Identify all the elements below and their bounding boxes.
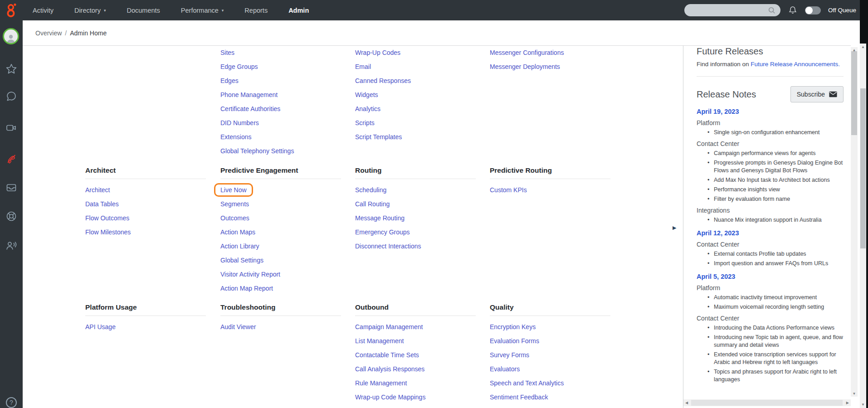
link-row: Contactable Time Sets: [355, 348, 478, 362]
window-scroll-thumb[interactable]: [860, 88, 866, 248]
favorites-star-icon[interactable]: [5, 63, 17, 75]
admin-link[interactable]: Sites: [220, 49, 234, 56]
admin-link[interactable]: Messenger Configurations: [490, 49, 564, 56]
section-troubleshooting: Troubleshooting Audit Viewer: [220, 302, 344, 334]
scroll-left-icon[interactable]: ◀: [685, 401, 688, 405]
agent-speaking-icon[interactable]: [5, 240, 17, 252]
admin-link[interactable]: Flow Outcomes: [85, 214, 129, 222]
admin-link[interactable]: Audit Viewer: [220, 323, 256, 330]
section-divider: [355, 179, 476, 179]
release-note-block: Platform: [697, 119, 844, 127]
video-camera-icon[interactable]: [5, 122, 17, 134]
scroll-down-icon[interactable]: ▼: [851, 392, 858, 396]
admin-link[interactable]: Disconnect Interactions: [355, 243, 421, 250]
admin-link[interactable]: Action Library: [220, 243, 259, 250]
breadcrumb-overview[interactable]: Overview: [35, 29, 62, 37]
inbox-tray-icon[interactable]: [5, 182, 17, 194]
notifications-bell-icon[interactable]: [788, 5, 798, 16]
admin-link[interactable]: Call Routing: [355, 200, 390, 208]
admin-link[interactable]: Evaluation Forms: [490, 337, 539, 345]
link-row: Messenger Configurations: [490, 45, 617, 59]
search-input[interactable]: [684, 4, 780, 16]
admin-link[interactable]: Contactable Time Sets: [355, 351, 419, 359]
scroll-up-icon[interactable]: ▲: [860, 45, 866, 49]
admin-link[interactable]: Segments: [220, 200, 249, 208]
admin-link[interactable]: Visitor Activity Report: [220, 271, 280, 278]
nav-admin[interactable]: Admin: [288, 7, 309, 14]
help-question-icon[interactable]: ?: [6, 397, 17, 408]
queue-toggle[interactable]: [805, 6, 821, 15]
nav-reports[interactable]: Reports: [244, 7, 268, 14]
admin-link[interactable]: Call Analysis Responses: [355, 365, 424, 373]
admin-link[interactable]: Outcomes: [220, 214, 249, 222]
admin-link[interactable]: Speech and Text Analytics: [490, 379, 564, 387]
subscribe-button[interactable]: Subscribe: [790, 86, 844, 102]
admin-link[interactable]: Extensions: [220, 133, 251, 141]
admin-link[interactable]: API Usage: [85, 323, 116, 330]
admin-link[interactable]: Global Settings: [220, 257, 263, 264]
admin-link[interactable]: Action Map Report: [220, 285, 273, 292]
panel-vertical-scrollbar[interactable]: ▲ ▼: [851, 47, 858, 397]
scroll-right-icon[interactable]: ▶: [846, 401, 849, 405]
release-note-block[interactable]: April 5, 2023: [697, 273, 844, 281]
admin-link[interactable]: Data Tables: [85, 200, 119, 208]
admin-link[interactable]: Encryption Keys: [490, 323, 536, 330]
admin-link[interactable]: Scripts: [355, 119, 375, 126]
nav-right-group: Off Queue: [684, 0, 856, 20]
admin-link[interactable]: Rule Management: [355, 379, 407, 387]
admin-link[interactable]: Certificate Authorities: [220, 105, 280, 112]
release-note-block[interactable]: April 12, 2023: [697, 229, 844, 237]
admin-link[interactable]: Analytics: [355, 105, 380, 112]
help-ring-icon[interactable]: [5, 210, 17, 222]
link-row: Extensions: [220, 130, 347, 144]
admin-link[interactable]: Global Telephony Settings: [220, 147, 294, 155]
admin-link[interactable]: Email: [355, 63, 371, 70]
admin-link[interactable]: Sentiment Feedback: [490, 393, 548, 401]
admin-link[interactable]: Script Templates: [355, 133, 402, 141]
nav-activity[interactable]: Activity: [33, 7, 54, 14]
chat-bubble-icon[interactable]: [5, 91, 17, 102]
window-scrollbar-column: ▲ ▼: [860, 0, 868, 408]
window-vertical-scrollbar[interactable]: ▲ ▼: [860, 44, 866, 408]
admin-link[interactable]: Wrap-up Code Mappings: [355, 393, 425, 401]
admin-link[interactable]: Wrap-Up Codes: [355, 49, 400, 56]
admin-link[interactable]: Scheduling: [355, 186, 386, 194]
nav-documents[interactable]: Documents: [127, 7, 160, 14]
admin-link[interactable]: Custom KPIs: [490, 186, 527, 194]
scroll-down-icon[interactable]: ▼: [860, 403, 866, 407]
avatar[interactable]: [3, 28, 19, 44]
panel-scroll-thumb[interactable]: [851, 51, 857, 135]
release-note-block[interactable]: April 19, 2023: [697, 108, 844, 116]
admin-link[interactable]: Evaluators: [490, 365, 520, 373]
admin-link[interactable]: DID Numbers: [220, 119, 259, 126]
disconnect-phone-icon[interactable]: [5, 153, 17, 165]
section-divider: [85, 316, 206, 316]
admin-link[interactable]: Survey Forms: [490, 351, 529, 359]
admin-link[interactable]: Phone Management: [220, 91, 278, 98]
section-title: Architect: [85, 165, 209, 175]
future-release-announcements-link[interactable]: Future Release Announcements.: [751, 61, 840, 68]
admin-link[interactable]: Architect: [85, 186, 110, 194]
admin-link[interactable]: Action Maps: [220, 228, 255, 236]
panel-collapse-icon[interactable]: ▶: [673, 225, 676, 231]
nav-performance[interactable]: Performance▾: [181, 7, 224, 14]
admin-link[interactable]: Flow Milestones: [85, 228, 131, 236]
admin-link[interactable]: Canned Responses: [355, 77, 411, 84]
link-row: DID Numbers: [220, 116, 347, 130]
admin-link[interactable]: Live Now: [214, 183, 253, 197]
nav-directory[interactable]: Directory▾: [74, 7, 106, 14]
admin-link[interactable]: List Management: [355, 337, 404, 345]
genesys-logo-icon[interactable]: [0, 0, 23, 20]
off-queue-label: Off Queue: [828, 7, 856, 14]
admin-link[interactable]: Edges: [220, 77, 239, 84]
admin-link[interactable]: Message Routing: [355, 214, 405, 222]
panel-horizontal-scrollbar[interactable]: ◀ ▶: [683, 399, 851, 406]
release-note-block: Topics and phrases support for Arabic ri…: [697, 368, 844, 384]
admin-link[interactable]: Campaign Management: [355, 323, 423, 330]
panel-hscroll-thumb[interactable]: [691, 400, 843, 406]
admin-link[interactable]: Edge Groups: [220, 63, 258, 70]
admin-link[interactable]: Messenger Deployments: [490, 63, 560, 70]
admin-link[interactable]: Emergency Groups: [355, 228, 410, 236]
section-outbound: Outbound Campaign ManagementList Managem…: [355, 302, 478, 408]
admin-link[interactable]: Widgets: [355, 91, 378, 98]
